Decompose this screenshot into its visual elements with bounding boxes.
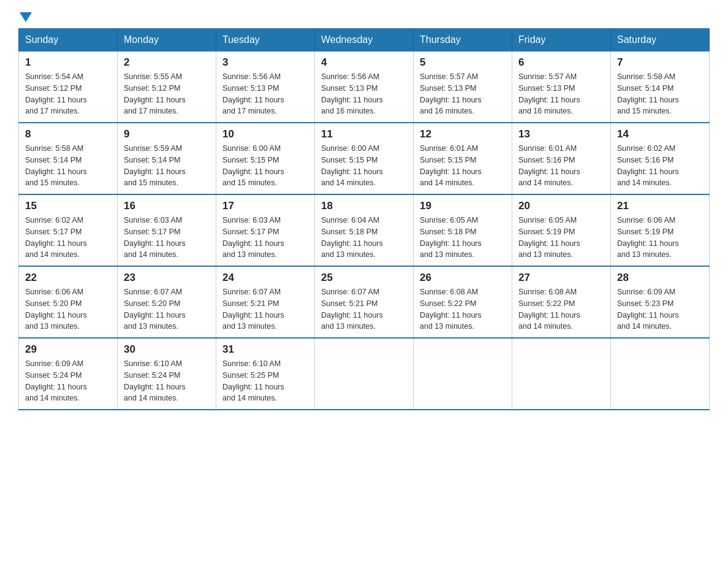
day-number: 6: [518, 56, 604, 69]
day-info: Sunrise: 5:56 AMSunset: 5:13 PMDaylight:…: [222, 71, 308, 117]
day-info: Sunrise: 6:07 AMSunset: 5:20 PMDaylight:…: [124, 286, 210, 332]
day-number: 1: [25, 56, 111, 69]
weekday-header-wednesday: Wednesday: [315, 29, 414, 51]
day-info: Sunrise: 5:56 AMSunset: 5:13 PMDaylight:…: [321, 71, 407, 117]
day-info: Sunrise: 5:59 AMSunset: 5:14 PMDaylight:…: [124, 143, 210, 189]
day-number: 2: [124, 56, 210, 69]
calendar-cell: 24Sunrise: 6:07 AMSunset: 5:21 PMDayligh…: [216, 266, 315, 338]
calendar-cell: 2Sunrise: 5:55 AMSunset: 5:12 PMDaylight…: [118, 51, 216, 123]
week-row-5: 29Sunrise: 6:09 AMSunset: 5:24 PMDayligh…: [19, 338, 710, 410]
calendar-cell: 1Sunrise: 5:54 AMSunset: 5:12 PMDaylight…: [19, 51, 118, 123]
day-info: Sunrise: 6:01 AMSunset: 5:15 PMDaylight:…: [420, 143, 506, 189]
calendar-cell: [611, 338, 710, 410]
day-info: Sunrise: 6:09 AMSunset: 5:23 PMDaylight:…: [617, 286, 703, 332]
day-info: Sunrise: 6:02 AMSunset: 5:17 PMDaylight:…: [25, 215, 111, 261]
day-number: 22: [25, 272, 111, 284]
week-row-4: 22Sunrise: 6:06 AMSunset: 5:20 PMDayligh…: [19, 266, 710, 338]
calendar-cell: [512, 338, 611, 410]
day-info: Sunrise: 6:04 AMSunset: 5:18 PMDaylight:…: [321, 215, 407, 261]
day-number: 8: [25, 128, 111, 140]
day-info: Sunrise: 6:01 AMSunset: 5:16 PMDaylight:…: [518, 143, 604, 189]
weekday-header-row: SundayMondayTuesdayWednesdayThursdayFrid…: [19, 29, 710, 51]
weekday-header-sunday: Sunday: [19, 29, 118, 51]
day-number: 30: [124, 343, 210, 356]
day-number: 7: [617, 56, 703, 69]
week-row-3: 15Sunrise: 6:02 AMSunset: 5:17 PMDayligh…: [19, 194, 710, 266]
calendar-table: SundayMondayTuesdayWednesdayThursdayFrid…: [18, 28, 710, 410]
calendar-cell: 10Sunrise: 6:00 AMSunset: 5:15 PMDayligh…: [216, 123, 315, 194]
calendar-cell: 21Sunrise: 6:06 AMSunset: 5:19 PMDayligh…: [611, 194, 710, 266]
calendar-cell: 13Sunrise: 6:01 AMSunset: 5:16 PMDayligh…: [512, 123, 611, 194]
calendar-cell: 23Sunrise: 6:07 AMSunset: 5:20 PMDayligh…: [118, 266, 216, 338]
day-info: Sunrise: 6:00 AMSunset: 5:15 PMDaylight:…: [222, 143, 308, 189]
calendar-cell: 4Sunrise: 5:56 AMSunset: 5:13 PMDaylight…: [315, 51, 414, 123]
day-number: 14: [617, 128, 703, 140]
calendar-cell: 7Sunrise: 5:58 AMSunset: 5:14 PMDaylight…: [611, 51, 710, 123]
day-number: 9: [124, 128, 210, 140]
day-info: Sunrise: 6:07 AMSunset: 5:21 PMDaylight:…: [321, 286, 407, 332]
calendar-cell: [315, 338, 414, 410]
calendar-cell: 29Sunrise: 6:09 AMSunset: 5:24 PMDayligh…: [19, 338, 118, 410]
calendar-cell: [414, 338, 512, 410]
day-info: Sunrise: 6:03 AMSunset: 5:17 PMDaylight:…: [222, 215, 308, 261]
day-number: 5: [420, 56, 506, 69]
day-number: 4: [321, 56, 407, 69]
calendar-cell: 19Sunrise: 6:05 AMSunset: 5:18 PMDayligh…: [414, 194, 512, 266]
day-number: 15: [25, 200, 111, 212]
day-number: 17: [222, 200, 308, 212]
day-info: Sunrise: 6:10 AMSunset: 5:25 PMDaylight:…: [222, 358, 308, 404]
day-number: 27: [518, 272, 604, 284]
day-info: Sunrise: 5:54 AMSunset: 5:12 PMDaylight:…: [25, 71, 111, 117]
day-number: 28: [617, 272, 703, 284]
week-row-1: 1Sunrise: 5:54 AMSunset: 5:12 PMDaylight…: [19, 51, 710, 123]
day-number: 24: [222, 272, 308, 284]
weekday-header-friday: Friday: [512, 29, 611, 51]
day-number: 31: [222, 343, 308, 356]
calendar-cell: 27Sunrise: 6:08 AMSunset: 5:22 PMDayligh…: [512, 266, 611, 338]
day-number: 10: [222, 128, 308, 140]
calendar-cell: 16Sunrise: 6:03 AMSunset: 5:17 PMDayligh…: [118, 194, 216, 266]
calendar-cell: 9Sunrise: 5:59 AMSunset: 5:14 PMDaylight…: [118, 123, 216, 194]
day-info: Sunrise: 5:57 AMSunset: 5:13 PMDaylight:…: [420, 71, 506, 117]
day-info: Sunrise: 6:00 AMSunset: 5:15 PMDaylight:…: [321, 143, 407, 189]
calendar-cell: 3Sunrise: 5:56 AMSunset: 5:13 PMDaylight…: [216, 51, 315, 123]
day-info: Sunrise: 5:58 AMSunset: 5:14 PMDaylight:…: [617, 71, 703, 117]
day-info: Sunrise: 6:08 AMSunset: 5:22 PMDaylight:…: [518, 286, 604, 332]
day-number: 19: [420, 200, 506, 212]
calendar-cell: 6Sunrise: 5:57 AMSunset: 5:13 PMDaylight…: [512, 51, 611, 123]
day-info: Sunrise: 6:02 AMSunset: 5:16 PMDaylight:…: [617, 143, 703, 189]
calendar-cell: 20Sunrise: 6:05 AMSunset: 5:19 PMDayligh…: [512, 194, 611, 266]
day-info: Sunrise: 6:10 AMSunset: 5:24 PMDaylight:…: [124, 358, 210, 404]
calendar-cell: 31Sunrise: 6:10 AMSunset: 5:25 PMDayligh…: [216, 338, 315, 410]
calendar-cell: 18Sunrise: 6:04 AMSunset: 5:18 PMDayligh…: [315, 194, 414, 266]
day-number: 13: [518, 128, 604, 140]
calendar-cell: 14Sunrise: 6:02 AMSunset: 5:16 PMDayligh…: [611, 123, 710, 194]
calendar-cell: 12Sunrise: 6:01 AMSunset: 5:15 PMDayligh…: [414, 123, 512, 194]
day-info: Sunrise: 5:55 AMSunset: 5:12 PMDaylight:…: [124, 71, 210, 117]
day-info: Sunrise: 6:08 AMSunset: 5:22 PMDaylight:…: [420, 286, 506, 332]
calendar-cell: 8Sunrise: 5:58 AMSunset: 5:14 PMDaylight…: [19, 123, 118, 194]
day-number: 25: [321, 272, 407, 284]
calendar-cell: 28Sunrise: 6:09 AMSunset: 5:23 PMDayligh…: [611, 266, 710, 338]
day-number: 26: [420, 272, 506, 284]
day-info: Sunrise: 6:06 AMSunset: 5:19 PMDaylight:…: [617, 215, 703, 261]
day-info: Sunrise: 6:06 AMSunset: 5:20 PMDaylight:…: [25, 286, 111, 332]
day-number: 12: [420, 128, 506, 140]
logo-triangle-icon: [20, 12, 32, 22]
calendar-cell: 22Sunrise: 6:06 AMSunset: 5:20 PMDayligh…: [19, 266, 118, 338]
day-number: 16: [124, 200, 210, 212]
calendar-cell: 25Sunrise: 6:07 AMSunset: 5:21 PMDayligh…: [315, 266, 414, 338]
day-info: Sunrise: 6:05 AMSunset: 5:19 PMDaylight:…: [518, 215, 604, 261]
day-info: Sunrise: 6:09 AMSunset: 5:24 PMDaylight:…: [25, 358, 111, 404]
day-number: 23: [124, 272, 210, 284]
day-number: 18: [321, 200, 407, 212]
day-number: 3: [222, 56, 308, 69]
weekday-header-thursday: Thursday: [414, 29, 512, 51]
weekday-header-saturday: Saturday: [611, 29, 710, 51]
logo: [18, 12, 33, 22]
day-number: 20: [518, 200, 604, 212]
day-info: Sunrise: 5:57 AMSunset: 5:13 PMDaylight:…: [518, 71, 604, 117]
day-info: Sunrise: 6:07 AMSunset: 5:21 PMDaylight:…: [222, 286, 308, 332]
calendar-cell: 17Sunrise: 6:03 AMSunset: 5:17 PMDayligh…: [216, 194, 315, 266]
day-number: 29: [25, 343, 111, 356]
